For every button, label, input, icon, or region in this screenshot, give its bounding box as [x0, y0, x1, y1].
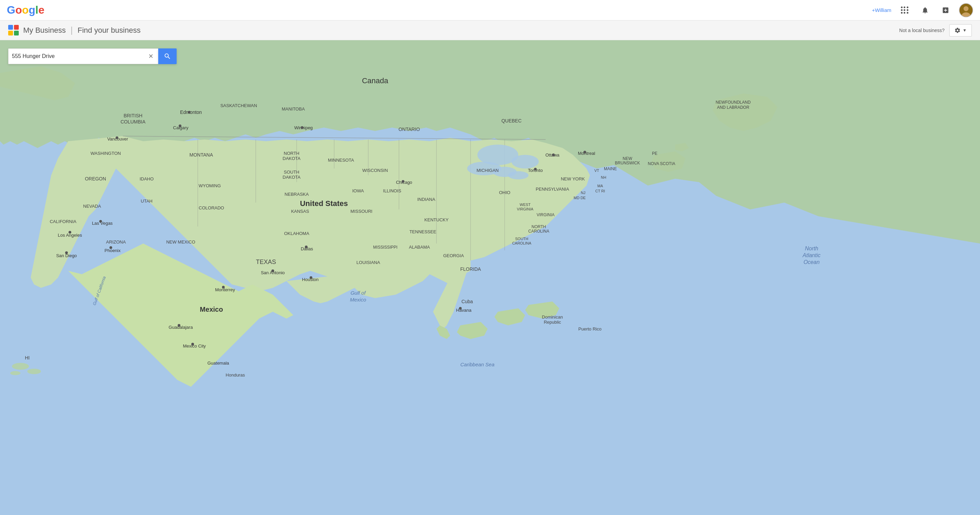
map-label-canada: Canada: [362, 77, 388, 85]
google-logo-text: G: [7, 4, 15, 16]
svg-point-36: [310, 276, 312, 279]
map-label-gulf: Gulf of: [350, 290, 366, 296]
map-label-ms: MISSISSIPPI: [373, 245, 397, 250]
map-label-nj: NJ: [581, 191, 585, 195]
svg-point-31: [68, 231, 71, 234]
svg-point-15: [511, 155, 539, 169]
map-label-il: ILLINOIS: [383, 188, 401, 193]
svg-point-28: [534, 168, 537, 171]
map-label-monterrey: Monterrey: [215, 287, 235, 292]
svg-point-26: [552, 153, 555, 156]
google-logo-o1: o: [15, 4, 22, 16]
svg-point-24: [188, 111, 191, 113]
map-label-la-state: LOUISIANA: [356, 260, 380, 265]
search-box: ✕: [8, 48, 158, 64]
map-label-id: IDAHO: [140, 176, 153, 182]
map-label-dr: Dominican: [542, 314, 563, 320]
map-label-va: VIRGINIA: [537, 212, 555, 217]
map-label-wy: WYOMING: [199, 183, 221, 188]
google-top-bar: G o o g l e +William: [0, 0, 980, 21]
map-label-fl: FLORIDA: [460, 266, 481, 272]
gear-icon: [955, 27, 961, 33]
add-button[interactable]: [939, 3, 953, 18]
google-logo: G o o g l e: [7, 4, 45, 16]
mybusiness-icon: [8, 25, 19, 36]
map-label-sd: SOUTH: [284, 169, 299, 175]
map-label-nl: NEWFOUNDLAND: [716, 100, 751, 105]
map-label-mo: MISSOURI: [350, 209, 372, 214]
map-label-ns: NOVA SCOTIA: [648, 161, 675, 166]
map-label-ia: IOWA: [352, 188, 364, 193]
search-button[interactable]: [158, 48, 177, 64]
map-label-sk: SASKATCHEWAN: [220, 103, 257, 108]
map-label-mexicocity: Mexico City: [183, 343, 206, 349]
map-label-ks: KANSAS: [291, 209, 309, 214]
svg-point-40: [459, 307, 462, 310]
map-label-lasvegas: Las Vegas: [92, 221, 113, 226]
svg-point-38: [178, 324, 180, 327]
search-input[interactable]: [12, 53, 147, 59]
map-label-az: ARIZONA: [106, 239, 126, 244]
map-label-montreal: Montreal: [578, 151, 595, 156]
settings-button[interactable]: ▼: [949, 24, 972, 37]
map-label-nc: NORTH: [531, 225, 546, 229]
map-label-md: MD DE: [574, 196, 585, 200]
google-logo-g2: g: [29, 4, 35, 16]
map-label-havana: Havana: [456, 308, 472, 313]
svg-point-21: [10, 371, 21, 375]
map-label-bc2: COLUMBIA: [120, 119, 146, 124]
avatar-image: [959, 3, 972, 18]
user-link[interactable]: +William: [872, 7, 891, 13]
grid-menu-button[interactable]: [897, 3, 912, 18]
svg-point-32: [110, 246, 112, 249]
avatar[interactable]: [959, 3, 973, 18]
map-label-pe: PE: [652, 151, 657, 156]
map-label-cuba: Cuba: [461, 299, 473, 304]
notifications-button[interactable]: [918, 3, 932, 18]
map-label-guatemala: Guatemala: [207, 360, 229, 366]
map-label-sc: SOUTH: [515, 237, 528, 241]
svg-point-23: [116, 136, 118, 139]
map-label-mn: MINNESOTA: [328, 158, 354, 163]
map-label-mexico: Mexico: [200, 306, 223, 313]
map-label-wi: WISCONSIN: [362, 168, 388, 173]
map-label-ne: NEBRASKA: [285, 192, 309, 197]
map-label-ga: GEORGIA: [443, 253, 464, 258]
map-label-nd: NORTH: [284, 151, 299, 156]
map-label-ut: UTAH: [141, 198, 153, 204]
icon-sq-blue: [8, 25, 13, 30]
map-label-winnipeg: Winnipeg: [294, 125, 313, 130]
map-label-nv: NEVADA: [83, 204, 101, 209]
not-local-text: Not a local business?: [899, 28, 945, 33]
svg-point-34: [305, 246, 307, 248]
map-label-phoenix: Phoenix: [105, 248, 121, 253]
svg-point-1: [964, 6, 969, 11]
svg-point-30: [99, 220, 102, 223]
plus-icon: [942, 6, 949, 14]
map-label-bc: BRITISH: [123, 113, 142, 118]
map-label-edmonton: Edmonton: [180, 110, 202, 115]
bell-icon: [921, 6, 929, 14]
svg-point-22: [179, 124, 181, 127]
map-label-pr: Puerto Rico: [578, 326, 601, 332]
top-right-controls: +William: [872, 3, 973, 18]
map-container[interactable]: Canada BRITISH COLUMBIA Edmonton SASKATC…: [0, 40, 980, 515]
map-label-pa: PENNSYLVANIA: [536, 187, 569, 192]
svg-point-25: [301, 126, 304, 129]
svg-point-29: [402, 180, 404, 183]
map-label-nl2: AND LABRADOR: [717, 105, 749, 110]
google-logo-o2: o: [22, 4, 29, 16]
search-icon: [164, 53, 171, 60]
google-logo-e: e: [38, 4, 45, 16]
settings-label: ▼: [963, 28, 967, 33]
clear-button[interactable]: ✕: [147, 53, 155, 59]
map-label-honduras: Honduras: [226, 372, 245, 378]
map-label-ky: KENTUCKY: [425, 217, 449, 222]
map-label-or: OREGON: [85, 176, 106, 182]
svg-point-20: [27, 369, 41, 374]
icon-sq-red: [14, 25, 19, 30]
svg-point-35: [271, 269, 274, 272]
svg-point-37: [222, 286, 225, 289]
map-label-co: COLORADO: [199, 205, 224, 210]
svg-point-18: [508, 171, 528, 179]
